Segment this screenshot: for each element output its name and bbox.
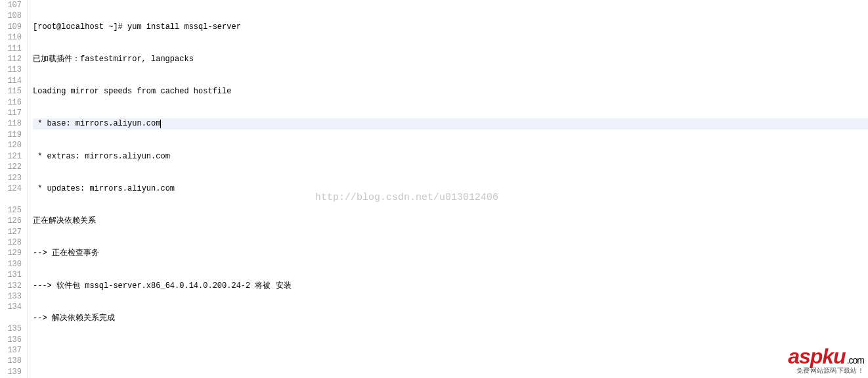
line-number: 137 <box>0 345 22 356</box>
line-number: 108 <box>0 11 22 21</box>
line-number: 131 <box>0 270 22 280</box>
text-cursor <box>160 120 161 128</box>
line-number: 117 <box>0 108 22 118</box>
line-number: 122 <box>0 162 22 172</box>
terminal-line: --> 解决依赖关系完成 <box>33 313 868 323</box>
terminal-line: * extras: mirrors.aliyun.com <box>33 151 868 162</box>
line-number: 135 <box>0 323 22 334</box>
line-number: 127 <box>0 227 22 237</box>
line-number: 130 <box>0 259 22 270</box>
line-number: 116 <box>0 97 22 108</box>
line-number: 132 <box>0 281 22 291</box>
line-number: 136 <box>0 335 22 345</box>
line-number: 110 <box>0 32 22 43</box>
terminal-output[interactable]: [root@localhost ~]# yum install mssql-se… <box>28 0 868 378</box>
line-number <box>0 313 22 323</box>
terminal-line: * updates: mirrors.aliyun.com <box>33 183 868 194</box>
line-number: 133 <box>0 291 22 302</box>
line-number: 120 <box>0 140 22 151</box>
line-number: 126 <box>0 216 22 226</box>
line-number: 119 <box>0 130 22 140</box>
line-number: 107 <box>0 0 22 11</box>
line-number-gutter: 107 108 109 110 111 112 113 114 115 116 … <box>0 0 28 378</box>
terminal-line: ---> 软件包 mssql-server.x86_64.0.14.0.200.… <box>33 281 868 291</box>
line-number: 118 <box>0 118 22 129</box>
line-number: 125 <box>0 205 22 216</box>
line-number: 123 <box>0 173 22 183</box>
line-number: 111 <box>0 43 22 54</box>
line-number: 139 <box>0 367 22 377</box>
terminal-line: 已加载插件：fastestmirror, langpacks <box>33 54 868 64</box>
line-number: 124 <box>0 183 22 194</box>
terminal-line: 正在解决依赖关系 <box>33 216 868 226</box>
line-number: 114 <box>0 76 22 86</box>
line-number <box>0 194 22 204</box>
line-number: 109 <box>0 22 22 32</box>
terminal-line <box>33 345 868 356</box>
terminal-line: --> 正在检查事务 <box>33 248 868 258</box>
line-number: 121 <box>0 151 22 162</box>
line-number: 115 <box>0 86 22 97</box>
line-number: 134 <box>0 302 22 312</box>
line-number: 138 <box>0 356 22 366</box>
terminal-line: [root@localhost ~]# yum install mssql-se… <box>33 22 868 32</box>
terminal-line: Loading mirror speeds from cached hostfi… <box>33 86 868 97</box>
line-number: 129 <box>0 248 22 258</box>
terminal-line-highlighted: * base: mirrors.aliyun.com <box>33 118 868 129</box>
line-number: 128 <box>0 237 22 248</box>
line-number: 112 <box>0 54 22 64</box>
line-number: 113 <box>0 64 22 75</box>
